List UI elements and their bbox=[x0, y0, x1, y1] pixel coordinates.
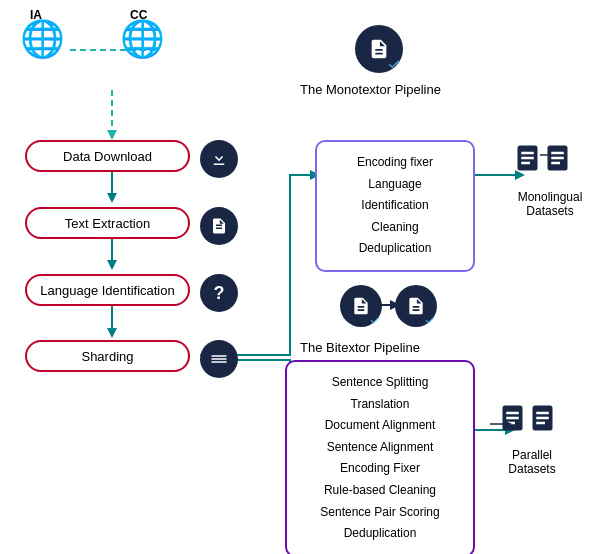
diagram-container: IA CC 🌐 🌐 Data Download Text Extraction … bbox=[0, 0, 606, 554]
bi-step-5: Encoding Fixer bbox=[307, 458, 453, 480]
bitextor-icon-2 bbox=[395, 285, 437, 327]
mono-step-1: Encoding fixer bbox=[337, 152, 453, 174]
mono-step-3: Cleaning bbox=[337, 217, 453, 239]
svg-marker-4 bbox=[107, 193, 117, 203]
svg-rect-23 bbox=[551, 152, 564, 155]
monotextor-pipeline-box: Encoding fixer Language Identification C… bbox=[315, 140, 475, 272]
monotextor-title: The Monotextor Pipeline bbox=[300, 82, 441, 97]
bi-step-8: Deduplication bbox=[307, 523, 453, 545]
monolingual-doc-icon-1 bbox=[515, 145, 545, 184]
svg-marker-8 bbox=[107, 328, 117, 338]
download-icon bbox=[200, 140, 238, 178]
bi-step-1: Sentence Splitting bbox=[307, 372, 453, 394]
data-download-box: Data Download bbox=[25, 140, 190, 172]
mono-step-2: Language Identification bbox=[337, 174, 453, 217]
monolingual-doc-icon-2 bbox=[545, 145, 575, 184]
parallel-datasets-label: ParallelDatasets bbox=[492, 448, 572, 476]
bitextor-icon-1 bbox=[340, 285, 382, 327]
text-extraction-icon bbox=[200, 207, 238, 245]
bitextor-pipeline-box: Sentence Splitting Translation Document … bbox=[285, 360, 475, 554]
parallel-doc-arrow bbox=[490, 410, 550, 440]
svg-rect-25 bbox=[551, 162, 560, 165]
text-extraction-box: Text Extraction bbox=[25, 207, 190, 239]
bi-step-2: Translation bbox=[307, 394, 453, 416]
bi-step-3: Document Alignment bbox=[307, 415, 453, 437]
svg-rect-19 bbox=[521, 152, 534, 155]
language-id-icon: ? bbox=[200, 274, 238, 312]
svg-marker-2 bbox=[107, 130, 117, 140]
bitextor-title: The Bitextor Pipeline bbox=[300, 340, 420, 355]
sharding-icon bbox=[200, 340, 238, 378]
svg-rect-20 bbox=[521, 157, 534, 160]
svg-marker-6 bbox=[107, 260, 117, 270]
monolingual-datasets-label: MonolingualDatasets bbox=[505, 190, 595, 218]
svg-rect-21 bbox=[521, 162, 530, 165]
monotextor-main-icon bbox=[355, 25, 403, 73]
bi-step-7: Sentence Pair Scoring bbox=[307, 502, 453, 524]
svg-rect-24 bbox=[551, 157, 564, 160]
language-id-box: Language Identification bbox=[25, 274, 190, 306]
mono-step-4: Deduplication bbox=[337, 238, 453, 260]
ia-globe-icon: 🌐 bbox=[20, 18, 65, 60]
bi-step-4: Sentence Alignment bbox=[307, 437, 453, 459]
svg-marker-35 bbox=[504, 420, 512, 428]
bi-step-6: Rule-based Cleaning bbox=[307, 480, 453, 502]
sharding-box: Sharding bbox=[25, 340, 190, 372]
cc-globe-icon: 🌐 bbox=[120, 18, 165, 60]
